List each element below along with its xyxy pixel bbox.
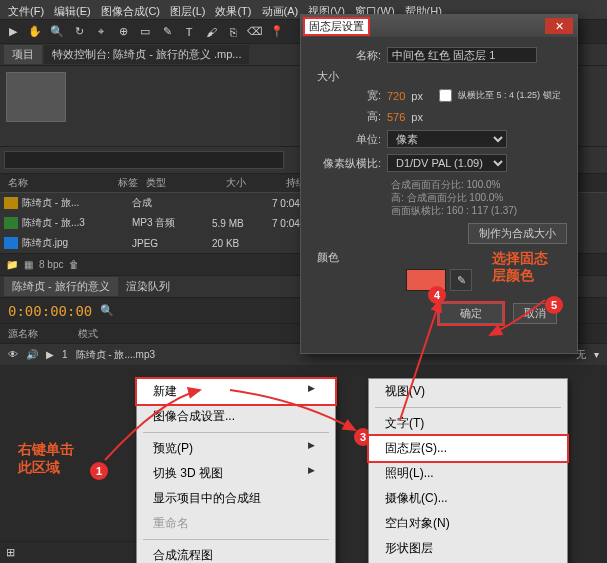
image-icon [4,237,18,249]
file-name: 陈绮贞 - 旅... [22,196,132,210]
lock-aspect-checkbox[interactable] [439,89,452,102]
file-type: MP3 音频 [132,216,212,230]
timecode[interactable]: 0:00:00:00 [8,303,92,319]
ok-button[interactable]: 确定 [439,303,503,324]
layer-index: 1 [62,349,68,360]
tab-effect-controls[interactable]: 特效控制台: 陈绮贞 - 旅行的意义 .mp... [44,45,249,64]
pen-tool-icon[interactable]: ✎ [158,23,176,41]
width-unit: px [411,90,423,102]
col-size[interactable]: 大小 [222,176,282,190]
menu-comp[interactable]: 图像合成(C) [97,2,164,17]
brush-tool-icon[interactable]: 🖌 [202,23,220,41]
context-menu-layer: 新建 图像合成设置... 预览(P) 切换 3D 视图 显示项目中的合成组 重命… [136,378,336,563]
menu-item-shape[interactable]: 形状图层 [369,536,567,561]
menu-separator [375,407,561,408]
dialog-titlebar[interactable]: 固态层设置 ✕ [301,15,577,37]
col-type[interactable]: 类型 [142,176,222,190]
col-mode[interactable]: 模式 [78,327,98,341]
col-tag[interactable]: 标签 [114,176,142,190]
hand-tool-icon[interactable]: ✋ [26,23,44,41]
annotation-hint-2: 选择固态层颜色 [492,250,548,284]
col-name[interactable]: 名称 [4,176,114,190]
file-name: 陈绮贞 - 旅...3 [22,216,132,230]
tab-comp-timeline[interactable]: 陈绮贞 - 旅行的意义 [4,277,118,296]
menu-separator [143,539,329,540]
anchor-tool-icon[interactable]: ⊕ [114,23,132,41]
menu-item-new[interactable]: 新建 [137,379,335,404]
menu-item-null[interactable]: 空白对象(N) [369,511,567,536]
camera-tool-icon[interactable]: ⌖ [92,23,110,41]
tab-project[interactable]: 项目 [4,45,42,64]
par-select[interactable]: D1/DV PAL (1.09) [387,154,507,172]
menu-file[interactable]: 文件(F) [4,2,48,17]
menu-item-camera[interactable]: 摄像机(C)... [369,486,567,511]
audio-icon [4,217,18,229]
close-icon: ✕ [555,20,564,33]
menu-item-comp-settings[interactable]: 图像合成设置... [137,404,335,429]
menu-item-reveal[interactable]: 显示项目中的合成组 [137,486,335,511]
unit-select[interactable]: 像素 [387,130,507,148]
new-comp-icon[interactable]: ▦ [24,259,33,270]
label-unit: 单位: [311,132,381,147]
eye-icon[interactable]: 👁 [8,349,18,360]
label-name: 名称: [311,48,381,63]
menu-item-flowchart[interactable]: 合成流程图 [137,543,335,563]
menu-item-switch3d[interactable]: 切换 3D 视图 [137,461,335,486]
col-source-name[interactable]: 源名称 [8,327,38,341]
make-comp-size-button[interactable]: 制作为合成大小 [468,223,567,244]
solid-name-input[interactable] [387,47,537,63]
menu-effect[interactable]: 效果(T) [211,2,255,17]
menu-item-text[interactable]: 文字(T) [369,411,567,436]
info-frame-ar: 画面纵横比: 160 : 117 (1.37) [391,204,567,217]
lock-aspect-label: 纵横比至 5 : 4 (1.25) 锁定 [458,89,561,102]
composition-thumbnail[interactable] [6,72,66,122]
info-height-pct: 高: 合成画面分比 100.0% [391,191,567,204]
speaker-icon[interactable]: 🔊 [26,349,38,360]
annotation-badge-4: 4 [428,286,446,304]
file-size: 5.9 MB [212,218,272,229]
zoom-tool-icon[interactable]: 🔍 [48,23,66,41]
rotate-tool-icon[interactable]: ↻ [70,23,88,41]
composition-icon [4,197,18,209]
folder-icon[interactable]: 📁 [6,259,18,270]
layer-name: 陈绮贞 - 旅....mp3 [76,348,155,362]
menu-item-rename: 重命名 [137,511,335,536]
file-size: 20 KB [212,238,272,249]
toggle-switches-icon[interactable]: ⊞ [6,546,15,559]
eraser-tool-icon[interactable]: ⌫ [246,23,264,41]
text-tool-icon[interactable]: T [180,23,198,41]
height-value[interactable]: 576 [387,111,405,123]
file-type: 合成 [132,196,212,210]
menu-item-solid[interactable]: 固态层(S)... [369,436,567,461]
file-type: JPEG [132,238,212,249]
tab-render-queue[interactable]: 渲染队列 [118,277,178,296]
menu-item-light[interactable]: 照明(L)... [369,461,567,486]
bpc-button[interactable]: 8 bpc [39,259,63,270]
menu-anim[interactable]: 动画(A) [258,2,303,17]
close-button[interactable]: ✕ [545,18,573,34]
annotation-badge-1: 1 [90,462,108,480]
context-submenu-new: 视图(V) 文字(T) 固态层(S)... 照明(L)... 摄像机(C)...… [368,378,568,563]
menu-edit[interactable]: 编辑(E) [50,2,95,17]
width-value[interactable]: 720 [387,90,405,102]
eyedropper-button[interactable]: ✎ [450,269,472,291]
menu-item-viewer[interactable]: 视图(V) [369,379,567,404]
menu-item-preview[interactable]: 预览(P) [137,436,335,461]
search-icon[interactable]: 🔍 [100,304,114,317]
annotation-badge-5: 5 [545,296,563,314]
file-name: 陈绮贞.jpg [22,236,132,250]
menu-layer[interactable]: 图层(L) [166,2,209,17]
menu-separator [143,432,329,433]
label-par: 像素纵横比: [311,156,381,171]
info-width-pct: 合成画面百分比: 100.0% [391,178,567,191]
label-width: 宽: [311,88,381,103]
stamp-tool-icon[interactable]: ⎘ [224,23,242,41]
selection-tool-icon[interactable]: ▶ [4,23,22,41]
mask-tool-icon[interactable]: ▭ [136,23,154,41]
size-section-header: 大小 [317,69,567,84]
chevron-down-icon[interactable]: ▾ [594,349,599,360]
project-search-input[interactable] [4,151,284,169]
annotation-hint-1: 右键单击此区域 [18,440,74,476]
trash-icon[interactable]: 🗑 [69,259,79,270]
pin-tool-icon[interactable]: 📍 [268,23,286,41]
